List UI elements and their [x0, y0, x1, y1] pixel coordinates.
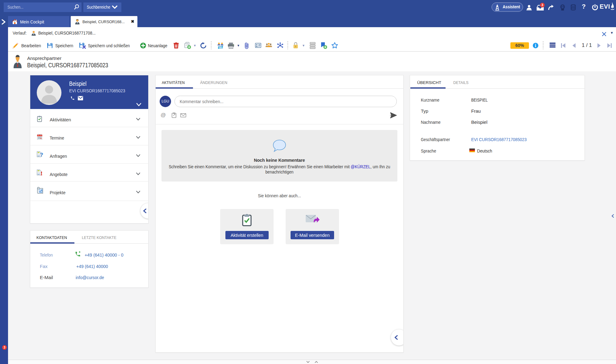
svg-text:?: ? [40, 152, 43, 158]
